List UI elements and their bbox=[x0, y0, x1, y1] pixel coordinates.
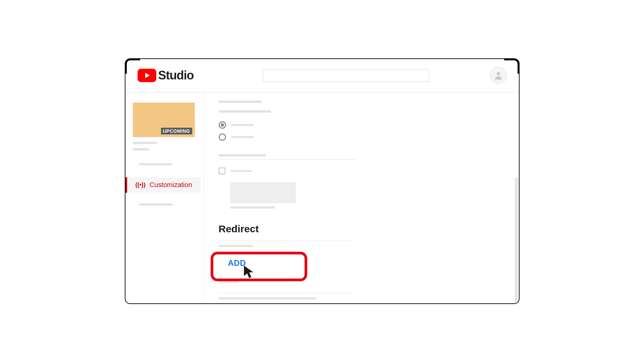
cursor-icon bbox=[243, 264, 256, 279]
app-window: Studio UPCOMING ((•)) Customization bbox=[125, 58, 520, 304]
divider bbox=[219, 159, 356, 160]
placeholder-text bbox=[133, 148, 149, 150]
section-title-redirect: Redirect bbox=[219, 223, 519, 235]
sidebar-item-label: Customization bbox=[150, 181, 192, 189]
placeholder-text bbox=[231, 136, 254, 138]
radio-icon bbox=[219, 133, 226, 141]
placeholder-text bbox=[219, 110, 271, 113]
scrollbar[interactable] bbox=[515, 178, 518, 303]
youtube-studio-logo[interactable]: Studio bbox=[138, 68, 194, 82]
svg-point-1 bbox=[497, 72, 500, 75]
sidebar-item-customization[interactable]: ((•)) Customization bbox=[125, 177, 200, 193]
placeholder-text bbox=[231, 170, 252, 172]
highlight-callout: ADD bbox=[211, 252, 307, 281]
sidebar-item[interactable] bbox=[139, 203, 172, 205]
placeholder-text bbox=[230, 206, 275, 208]
placeholder-text bbox=[133, 142, 157, 144]
svg-marker-0 bbox=[145, 73, 150, 78]
dropdown-field[interactable] bbox=[230, 182, 296, 203]
placeholder-text bbox=[219, 297, 316, 299]
radio-option[interactable] bbox=[219, 133, 519, 141]
sidebar-item[interactable] bbox=[139, 163, 172, 165]
placeholder-text bbox=[219, 245, 253, 247]
placeholder-text bbox=[219, 154, 266, 157]
upcoming-badge: UPCOMING bbox=[161, 128, 192, 134]
sidebar: UPCOMING ((•)) Customization bbox=[125, 93, 204, 303]
header: Studio bbox=[125, 59, 519, 93]
broadcast-icon: ((•)) bbox=[136, 181, 146, 188]
placeholder-text bbox=[219, 101, 262, 103]
stream-thumbnail[interactable]: UPCOMING bbox=[133, 103, 195, 137]
divider bbox=[219, 293, 352, 293]
avatar[interactable] bbox=[490, 67, 507, 84]
placeholder-text bbox=[231, 124, 254, 126]
logo-text: Studio bbox=[158, 68, 194, 82]
radio-option[interactable] bbox=[219, 121, 519, 129]
divider bbox=[219, 241, 352, 241]
checkbox-option[interactable] bbox=[219, 168, 519, 174]
radio-icon bbox=[219, 121, 226, 129]
search-input[interactable] bbox=[263, 69, 429, 82]
checkbox-icon bbox=[219, 168, 225, 174]
main-content: Redirect ADD bbox=[204, 93, 519, 303]
youtube-play-icon bbox=[138, 69, 156, 82]
user-icon bbox=[493, 70, 503, 80]
app-body: UPCOMING ((•)) Customization bbox=[125, 93, 519, 303]
